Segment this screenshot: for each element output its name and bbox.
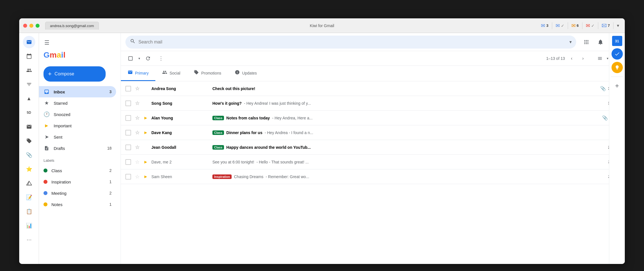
table-row[interactable]: ☆ ► Dave Kang Class Dinner plans for us …: [121, 125, 625, 140]
sidebar-icon-mail[interactable]: [23, 36, 35, 48]
sidebar-icon-contacts[interactable]: [23, 64, 35, 77]
tab-promotions[interactable]: Promotions: [187, 66, 228, 81]
hamburger-button[interactable]: ☰: [41, 37, 53, 48]
email-checkbox-1[interactable]: [125, 86, 131, 91]
apps-button[interactable]: [581, 36, 592, 48]
sidebar-icon-5d[interactable]: 5D: [23, 106, 35, 119]
email-sender-3: Alan Young: [151, 116, 208, 120]
search-icon: [130, 38, 136, 45]
account-tab[interactable]: andrea.b.song@gmail.com: [45, 22, 99, 30]
minimize-button[interactable]: [29, 24, 33, 28]
maximize-button[interactable]: [36, 24, 40, 28]
tasks-app-button[interactable]: [612, 48, 623, 60]
important-icon-3[interactable]: ►: [142, 115, 149, 121]
accounts-chevron[interactable]: ▾: [617, 23, 619, 28]
table-row[interactable]: ☆ ► Andrea Song Check out this picture! …: [121, 81, 625, 96]
sidebar-icon-more[interactable]: ⋯: [23, 233, 35, 246]
email-sender-2: Song Song: [151, 101, 208, 106]
search-bar[interactable]: ▾: [125, 36, 576, 49]
email-checkbox-2[interactable]: [125, 100, 131, 106]
search-dropdown-icon[interactable]: ▾: [569, 39, 572, 45]
nav-item-starred[interactable]: ★ Starred: [39, 97, 116, 109]
email-subject-area-1: Check out this picture!: [212, 86, 596, 91]
sidebar-icon-tag[interactable]: [23, 135, 35, 147]
keep-app-button[interactable]: [612, 62, 623, 73]
email-subject-area-3: Class Notes from calss today - Hey Andre…: [212, 116, 598, 120]
nav-item-meeting[interactable]: Meeting 2: [39, 187, 116, 199]
important-icon-2[interactable]: ►: [142, 100, 149, 107]
email-toolbar: ▾ ⋮ 1–13 of 13 ‹ › ▾: [121, 51, 625, 66]
app-icon-sidebar: ▲ 5D 📎 ⭐ 📝 📋 📊 ⋯: [19, 33, 39, 264]
email-checkbox-6[interactable]: [125, 159, 131, 165]
layout-button[interactable]: [595, 53, 605, 64]
sidebar-icon-up[interactable]: ▲: [23, 92, 35, 105]
main-layout: ▲ 5D 📎 ⭐ 📝 📋 📊 ⋯ ☰: [19, 33, 625, 264]
select-dropdown-arrow[interactable]: ▾: [138, 56, 140, 60]
table-row[interactable]: ☆ ► Jean Goodall Class Happy dances arou…: [121, 140, 625, 155]
sidebar-icon-star[interactable]: ⭐: [23, 163, 35, 175]
nav-item-inspiration[interactable]: Inspiration 1: [39, 176, 116, 187]
sidebar-icon-drive[interactable]: [23, 177, 35, 189]
next-page-button[interactable]: ›: [578, 54, 588, 63]
tab-updates[interactable]: Updates: [228, 66, 264, 81]
table-row[interactable]: ☆ ► Dave, me 2 See you at 6:00 tonight! …: [121, 155, 625, 169]
titlebar: andrea.b.song@gmail.com Kiwi for Gmail ✉…: [19, 18, 625, 33]
gmail-window: andrea.b.song@gmail.com Kiwi for Gmail ✉…: [19, 18, 625, 264]
email-preview-7: - Remember: Great wo...: [266, 174, 309, 179]
email-checkbox-5[interactable]: [125, 145, 131, 150]
tab-social[interactable]: Social: [155, 66, 187, 81]
email-checkbox-4[interactable]: [125, 130, 131, 136]
sidebar-icon-doc1[interactable]: 📝: [23, 191, 35, 204]
tab-primary[interactable]: Primary: [121, 66, 155, 81]
sidebar-icon-paperclip[interactable]: 📎: [23, 149, 35, 161]
nav-item-snoozed[interactable]: 🕐 Snoozed: [39, 109, 116, 120]
select-checkbox-button[interactable]: [125, 53, 136, 64]
nav-item-important[interactable]: ► Important: [39, 120, 116, 131]
more-button[interactable]: ⋮: [156, 53, 166, 64]
sidebar-icon-letter[interactable]: [23, 121, 35, 133]
star-icon-6[interactable]: ☆: [134, 159, 141, 165]
star-icon-1[interactable]: ☆: [134, 85, 141, 92]
important-icon-7[interactable]: ►: [142, 173, 149, 180]
prev-page-button[interactable]: ‹: [567, 54, 576, 63]
sidebar-icon-filter[interactable]: [23, 78, 35, 91]
snoozed-icon: 🕐: [43, 111, 50, 117]
email-checkbox-3[interactable]: [125, 115, 131, 121]
important-icon-5[interactable]: ►: [142, 144, 149, 151]
close-button[interactable]: [23, 24, 27, 28]
nav-item-notes[interactable]: Notes 1: [39, 199, 116, 210]
attachment-icon-1: 📎: [600, 86, 606, 91]
notifications-button[interactable]: [595, 36, 606, 48]
star-icon-7[interactable]: ☆: [134, 173, 141, 180]
compose-button[interactable]: + Compose: [43, 66, 106, 82]
search-input[interactable]: [138, 40, 567, 45]
account-icon-3: ✉ 6: [571, 23, 579, 29]
star-icon-4[interactable]: ☆: [134, 129, 141, 136]
important-icon-6[interactable]: ►: [142, 159, 149, 165]
nav-item-inbox[interactable]: Inbox 3: [39, 86, 116, 97]
sidebar-icon-doc3[interactable]: 📊: [23, 219, 35, 232]
sidebar-icon-calendar[interactable]: [23, 50, 35, 62]
email-subject-area-5: Class Happy dances around the world on Y…: [212, 145, 604, 150]
nav-item-class[interactable]: Class 2: [39, 165, 116, 176]
account-icon-1: ✉ 3: [541, 23, 548, 29]
star-icon-5[interactable]: ☆: [134, 144, 141, 151]
email-checkbox-7[interactable]: [125, 174, 131, 180]
star-icon-3[interactable]: ☆: [134, 115, 141, 121]
table-row[interactable]: ☆ ► Alan Young Class Notes from calss to…: [121, 111, 625, 125]
important-icon-4[interactable]: ►: [142, 129, 149, 136]
separator-2: [568, 22, 568, 29]
calendar-app-button[interactable]: 31: [612, 36, 622, 46]
sidebar-icon-doc2[interactable]: 📋: [23, 205, 35, 218]
hamburger-icon: ☰: [44, 39, 49, 46]
star-icon-2[interactable]: ☆: [134, 100, 141, 107]
class-tag-4: Class: [212, 130, 224, 135]
refresh-button[interactable]: [143, 53, 153, 64]
table-row[interactable]: ☆ ► Sam Sheen Inspiration Chasing Dreams…: [121, 169, 625, 184]
email-preview-6: - Hello - That sounds great! ...: [256, 160, 309, 164]
table-row[interactable]: ☆ ► Song Song How's it going? - Hey Andr…: [121, 96, 625, 111]
important-icon-1[interactable]: ►: [142, 85, 149, 92]
nav-item-drafts[interactable]: Drafts 18: [39, 143, 116, 154]
nav-item-sent[interactable]: ➤ Sent: [39, 131, 116, 143]
add-app-button[interactable]: +: [612, 80, 623, 91]
